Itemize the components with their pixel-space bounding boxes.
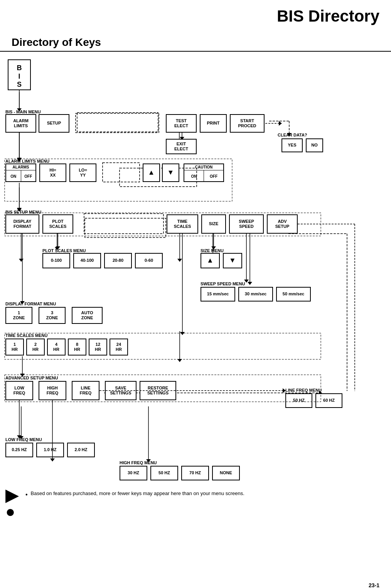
p0-100-button[interactable]: 0-100 <box>42 253 70 268</box>
save-settings-button[interactable]: SAVE SETTINGS <box>105 381 137 400</box>
start-proced-button[interactable]: START PROCED <box>230 114 265 133</box>
p40-100-button[interactable]: 40-100 <box>73 253 101 268</box>
low-freq-button[interactable]: LOW FREQ <box>5 381 33 400</box>
hr24-button[interactable]: 24 HR <box>110 339 128 355</box>
display-format-menu-label: DISPLAY FORMAT MENU <box>5 302 56 306</box>
exit-elect-button[interactable]: EXIT ELECT <box>166 139 197 154</box>
svg-rect-68 <box>84 214 163 234</box>
size-up-button[interactable]: ▲ <box>201 253 220 268</box>
adv-setup-button[interactable]: ADV SETUP <box>267 214 298 234</box>
alarms-toggle[interactable]: ALARMS ON OFF <box>5 163 36 182</box>
alarm-limits-button[interactable]: ALARM LIMITS <box>5 114 36 133</box>
mm50-button[interactable]: 50 mm/sec <box>276 287 311 302</box>
plot-scales-button[interactable]: PLOT SCALES <box>42 214 73 234</box>
svg-rect-67 <box>103 163 140 182</box>
zone1-button[interactable]: 1 ZONE <box>5 307 32 324</box>
p20-80-button[interactable]: 20-80 <box>104 253 132 268</box>
hz50-line-button[interactable]: 50 HZ <box>285 393 312 408</box>
page-number: 23-1 <box>369 582 379 588</box>
page-title: BIS Directory <box>0 0 391 29</box>
plot-scales-menu-label: PLOT SCALES MENU <box>42 248 86 253</box>
size-button[interactable]: SIZE <box>201 214 226 234</box>
low-freq-menu-label: LOW FREQ MENU <box>5 437 42 442</box>
bis-setup-menu-label: BIS SETUP MENU <box>5 210 41 214</box>
note-area: ▶● • Based on features purchased, more o… <box>5 487 383 520</box>
time-scales-menu-label: TIME SCALES MENU <box>5 333 47 338</box>
line-freq-button[interactable]: LINE FREQ <box>72 381 99 400</box>
note-icon: ▶● <box>5 487 18 520</box>
p0-60-button[interactable]: 0-60 <box>135 253 163 268</box>
hr12-button[interactable]: 12 HR <box>89 339 107 355</box>
svg-rect-32 <box>85 218 166 238</box>
svg-marker-23 <box>177 359 182 362</box>
auto-zone-button[interactable]: AUTO ZONE <box>72 307 103 324</box>
hr2-button[interactable]: 2 HR <box>26 339 45 355</box>
no-button[interactable]: NO <box>306 138 323 152</box>
caution-on-btn[interactable]: ON <box>184 170 204 182</box>
size-menu-label: SIZE MENU <box>201 248 224 253</box>
sweep-speed-menu-label: SWEEP SPEED MENU <box>201 281 245 286</box>
note-bullet: • Based on features purchased, more or f… <box>25 490 244 498</box>
clear-data-label: CLEAR DATA? <box>278 133 307 137</box>
caution-off-btn[interactable]: OFF <box>204 170 223 182</box>
hz50b-button[interactable]: 50 HZ <box>150 466 178 480</box>
none-button[interactable]: NONE <box>212 466 240 480</box>
alarms-on-btn[interactable]: ON <box>6 170 21 182</box>
high-freq-menu-label: HIGH FREQ MENU <box>120 460 157 465</box>
hz30-button[interactable]: 30 HZ <box>120 466 147 480</box>
zone3-button[interactable]: 3 ZONE <box>39 307 66 324</box>
section-title: Directory of Keys <box>0 29 391 52</box>
print-button[interactable]: PRINT <box>200 114 227 133</box>
bis-box: B I S <box>8 59 31 90</box>
svg-rect-66 <box>76 113 159 133</box>
hz20-button[interactable]: 2.0 HZ <box>67 443 95 457</box>
svg-marker-51 <box>180 332 185 335</box>
hi-xx-button[interactable]: HI= XX <box>39 163 66 182</box>
hr8-button[interactable]: 8 HR <box>68 339 86 355</box>
up-arrow-button[interactable]: ▲ <box>143 163 160 182</box>
sweep-speed-button[interactable]: SWEEP SPEED <box>229 214 264 234</box>
hr4-button[interactable]: 4 HR <box>47 339 66 355</box>
svg-marker-15 <box>177 259 182 262</box>
note-text: Based on features purchased, more or few… <box>31 490 244 496</box>
svg-marker-63 <box>50 458 55 462</box>
hz60-line-button[interactable]: 60 HZ <box>315 393 342 408</box>
down-arrow-button[interactable]: ▼ <box>162 163 179 182</box>
alarms-label: ALARMS <box>6 164 35 170</box>
svg-rect-30 <box>77 113 158 132</box>
svg-marker-19 <box>248 282 252 285</box>
lo-yy-button[interactable]: LO= YY <box>69 163 96 182</box>
hz70-button[interactable]: 70 HZ <box>181 466 209 480</box>
line-freq-menu-label: LINE FREQ MENU <box>285 388 322 393</box>
high-freq-button[interactable]: HIGH FREQ <box>39 381 66 400</box>
time-scales-button[interactable]: TIME SCALES <box>167 214 198 234</box>
mm30-button[interactable]: 30 mm/sec <box>238 287 273 302</box>
bis-main-menu-label: BIS - MAIN MENU <box>5 110 41 114</box>
hz10-button[interactable]: 1.0 HZ <box>36 443 64 457</box>
svg-marker-45 <box>279 121 282 126</box>
size-dn-button[interactable]: ▼ <box>223 253 242 268</box>
test-elect-button[interactable]: TEST ELECT <box>166 114 197 133</box>
restore-settings-button[interactable]: RESTORE SETTINGS <box>140 381 176 400</box>
adv-setup-menu-label: ADVANCED SETUP MENU <box>5 376 58 380</box>
caution-toggle[interactable]: CAUTION ON OFF <box>184 163 224 182</box>
hz025-button[interactable]: 0.25 HZ <box>5 443 33 457</box>
setup-button[interactable]: SETUP <box>39 114 69 133</box>
hr1-button[interactable]: 1 HR <box>5 339 24 355</box>
alarm-limits-menu-label: ALARM LIMITS MENU <box>5 159 49 163</box>
mm15-button[interactable]: 15 mm/sec <box>201 287 235 302</box>
caution-label: CAUTION <box>184 164 223 170</box>
display-format-button[interactable]: DISPLAY FORMAT <box>5 214 39 234</box>
svg-marker-11 <box>19 259 24 262</box>
yes-button[interactable]: YES <box>281 138 303 152</box>
alarms-off-btn[interactable]: OFF <box>21 170 36 182</box>
